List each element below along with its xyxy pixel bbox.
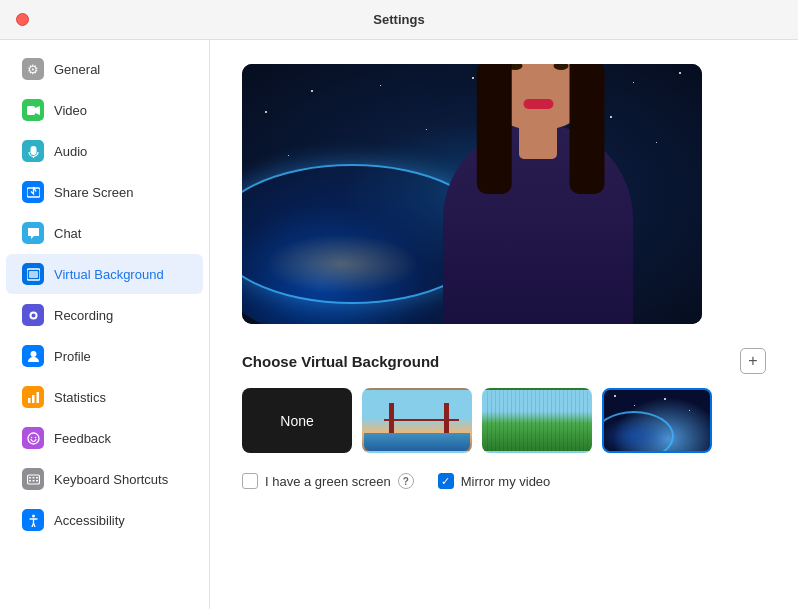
video-preview — [242, 64, 702, 324]
svg-point-22 — [32, 514, 35, 517]
green-screen-help-icon[interactable]: ? — [398, 473, 414, 489]
green-screen-label: I have a green screen — [265, 474, 391, 489]
svg-rect-9 — [28, 398, 31, 403]
sidebar-item-share-screen[interactable]: Share Screen — [6, 172, 203, 212]
bg-option-none[interactable]: None — [242, 388, 352, 453]
svg-rect-0 — [27, 106, 35, 115]
choose-bg-header: Choose Virtual Background + — [242, 348, 766, 374]
city-lights — [252, 229, 432, 299]
choose-bg-title: Choose Virtual Background — [242, 353, 439, 370]
svg-rect-5 — [29, 271, 38, 278]
feedback-icon — [22, 427, 44, 449]
sidebar-item-general[interactable]: ⚙ General — [6, 49, 203, 89]
sidebar-item-video[interactable]: Video — [6, 90, 203, 130]
mirror-video-checkbox[interactable]: ✓ — [438, 473, 454, 489]
bg-option-space[interactable] — [602, 388, 712, 453]
sidebar-item-recording[interactable]: Recording — [6, 295, 203, 335]
sidebar-item-profile[interactable]: Profile — [6, 336, 203, 376]
space-star-4 — [689, 410, 690, 411]
profile-icon — [22, 345, 44, 367]
share-screen-icon — [22, 181, 44, 203]
sidebar-label-keyboard-shortcuts: Keyboard Shortcuts — [54, 472, 168, 487]
bg-option-bridge[interactable] — [362, 388, 472, 453]
hair-flow-right — [570, 64, 605, 194]
svg-rect-11 — [36, 392, 39, 403]
space-earth-glow — [602, 416, 669, 453]
eye-right — [554, 64, 569, 70]
virtual-background-icon — [22, 263, 44, 285]
choose-bg-section: Choose Virtual Background + None — [242, 348, 766, 453]
bg-none-label: None — [280, 413, 313, 429]
sidebar-label-statistics: Statistics — [54, 390, 106, 405]
checkbox-row: I have a green screen ? ✓ Mirror my vide… — [242, 473, 766, 489]
space-star-2 — [634, 405, 635, 406]
svg-rect-10 — [32, 395, 35, 403]
svg-point-13 — [30, 436, 32, 438]
bg-options: None — [242, 388, 766, 453]
svg-point-14 — [34, 436, 36, 438]
sidebar: ⚙ General Video Audio Share Screen Cha — [0, 40, 210, 609]
svg-point-8 — [30, 351, 36, 357]
chat-icon — [22, 222, 44, 244]
window-title: Settings — [373, 12, 424, 27]
main-layout: ⚙ General Video Audio Share Screen Cha — [0, 40, 798, 609]
statistics-icon — [22, 386, 44, 408]
mirror-video-label: Mirror my video — [461, 474, 551, 489]
sidebar-label-chat: Chat — [54, 226, 81, 241]
svg-rect-15 — [27, 475, 39, 484]
sidebar-item-virtual-background[interactable]: Virtual Background — [6, 254, 203, 294]
green-screen-checkbox-item[interactable]: I have a green screen ? — [242, 473, 414, 489]
sidebar-item-accessibility[interactable]: Accessibility — [6, 500, 203, 540]
sidebar-item-statistics[interactable]: Statistics — [6, 377, 203, 417]
space-star-3 — [664, 398, 666, 400]
sidebar-label-video: Video — [54, 103, 87, 118]
sidebar-label-recording: Recording — [54, 308, 113, 323]
space-star-1 — [614, 395, 616, 397]
sidebar-item-keyboard-shortcuts[interactable]: Keyboard Shortcuts — [6, 459, 203, 499]
svg-rect-17 — [32, 477, 34, 479]
accessibility-icon — [22, 509, 44, 531]
hair-flow-left — [477, 64, 512, 194]
audio-icon — [22, 140, 44, 162]
sidebar-label-profile: Profile — [54, 349, 91, 364]
bg-option-grass[interactable] — [482, 388, 592, 453]
general-icon: ⚙ — [22, 58, 44, 80]
recording-icon — [22, 304, 44, 326]
svg-rect-16 — [29, 477, 31, 479]
sidebar-label-feedback: Feedback — [54, 431, 111, 446]
svg-rect-19 — [29, 480, 31, 482]
svg-rect-21 — [36, 480, 38, 482]
sidebar-label-audio: Audio — [54, 144, 87, 159]
svg-marker-1 — [35, 106, 40, 115]
sidebar-label-virtual-background: Virtual Background — [54, 267, 164, 282]
title-bar: Settings — [0, 0, 798, 40]
bridge-cable — [384, 419, 459, 421]
keyboard-shortcuts-icon — [22, 468, 44, 490]
person-neck — [519, 124, 557, 159]
lips — [523, 99, 553, 109]
sidebar-item-chat[interactable]: Chat — [6, 213, 203, 253]
content-area: Choose Virtual Background + None — [210, 40, 798, 609]
add-background-button[interactable]: + — [740, 348, 766, 374]
svg-point-7 — [31, 313, 35, 317]
sidebar-item-feedback[interactable]: Feedback — [6, 418, 203, 458]
svg-rect-18 — [36, 477, 38, 479]
svg-point-12 — [28, 433, 39, 444]
sidebar-label-general: General — [54, 62, 100, 77]
mirror-video-checkbox-item[interactable]: ✓ Mirror my video — [438, 473, 551, 489]
close-button[interactable] — [16, 13, 29, 26]
person-container — [428, 74, 648, 324]
bridge-tower-left — [389, 403, 394, 433]
video-icon — [22, 99, 44, 121]
green-screen-checkbox[interactable] — [242, 473, 258, 489]
sidebar-label-share-screen: Share Screen — [54, 185, 134, 200]
bridge-water — [364, 433, 470, 451]
sidebar-item-audio[interactable]: Audio — [6, 131, 203, 171]
svg-rect-20 — [32, 480, 34, 482]
bridge-tower-right — [444, 403, 449, 433]
grass-texture — [484, 390, 590, 451]
sidebar-label-accessibility: Accessibility — [54, 513, 125, 528]
